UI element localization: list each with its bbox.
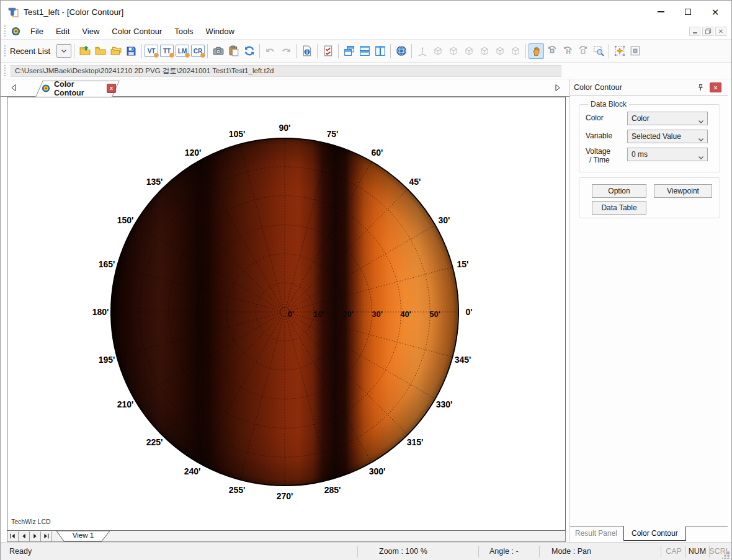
tile-vertical-icon[interactable]	[372, 43, 388, 59]
resize-grip[interactable]	[722, 551, 730, 559]
status-zoom: Zoom : 100 %	[379, 547, 427, 556]
angular-tick-label: 30'	[439, 215, 450, 225]
angular-tick-label: 180'	[92, 307, 109, 317]
angular-tick-label: 45'	[409, 177, 421, 187]
save-icon[interactable]	[123, 43, 139, 59]
cube-view-2-icon[interactable]	[445, 43, 461, 59]
open-project-icon[interactable]	[77, 43, 92, 59]
tab-close-button[interactable]: x	[107, 84, 116, 93]
toolbar-grip-2[interactable]	[4, 45, 6, 56]
mdi-close-button[interactable]: ✕	[715, 27, 726, 36]
title-bar: Test1_left - [Color Contour] ✕	[1, 1, 731, 23]
data-table-button[interactable]: Data Table	[592, 201, 646, 215]
bullseye-icon	[42, 84, 50, 93]
angular-tick-label: 135'	[146, 177, 163, 187]
status-mode: Mode : Pan	[551, 547, 591, 556]
angular-tick-label: 345'	[455, 355, 471, 365]
watermark-label: TechWiz LCD	[11, 518, 51, 525]
viewpoint-button[interactable]: Viewpoint	[654, 184, 712, 198]
pan-tool-icon[interactable]	[529, 43, 544, 59]
tile-horizontal-icon[interactable]	[357, 43, 372, 59]
open-folder-icon[interactable]	[92, 43, 108, 59]
info-doc-icon[interactable]	[299, 43, 315, 59]
radial-tick-label: 40'	[400, 309, 411, 319]
pathbar-grip[interactable]	[4, 65, 6, 76]
file-path-field[interactable]: C:\Users\JMBaek\Desktop\20241210 2D PVG …	[11, 65, 561, 77]
menu-file[interactable]: File	[24, 24, 50, 38]
minimize-button[interactable]	[647, 1, 674, 23]
cube-view-1-icon[interactable]	[430, 43, 445, 59]
menu-tools[interactable]: Tools	[168, 24, 199, 38]
cube-view-group	[430, 43, 523, 59]
close-button[interactable]: ✕	[702, 1, 729, 23]
angular-tick-label: 60'	[372, 148, 383, 158]
pin-icon[interactable]	[695, 82, 706, 93]
radial-tick-label: 0'	[288, 309, 294, 319]
chevron-down-icon	[698, 120, 704, 124]
angular-tick-label: 315'	[407, 437, 424, 447]
color-select[interactable]: Color	[627, 112, 708, 125]
angular-tick-label: 270'	[277, 491, 293, 501]
zoom-window-icon[interactable]	[591, 43, 606, 59]
cube-view-5-icon[interactable]	[492, 43, 507, 59]
variable-select[interactable]: Selected Value	[627, 130, 708, 143]
cube-view-4-icon[interactable]	[476, 43, 492, 59]
plot-canvas[interactable]: 0'15'30'45'60'75'90'105'120'135'150'165'…	[7, 97, 566, 531]
radial-tick-label: 10'	[313, 309, 324, 319]
last-view-button[interactable]	[41, 531, 52, 541]
open-folders-icon[interactable]	[108, 43, 123, 59]
tab-color-contour-panel[interactable]: Color Contour	[623, 526, 686, 541]
angular-tick-label: 15'	[457, 259, 469, 269]
vt-mode-button[interactable]: VT	[145, 45, 158, 57]
mdi-minimize-button[interactable]	[689, 27, 700, 36]
panel-header: Color Contour x	[570, 79, 728, 96]
first-view-button[interactable]	[7, 531, 19, 541]
next-view-button[interactable]	[30, 531, 41, 541]
angular-tick-label: 150'	[117, 215, 134, 225]
tab-scroll-left-icon[interactable]	[11, 84, 17, 92]
mdi-restore-button[interactable]	[702, 27, 713, 36]
bullseye-icon	[11, 27, 20, 36]
menu-edit[interactable]: Edit	[50, 24, 76, 38]
region-tool-icon[interactable]	[627, 43, 643, 59]
minimize-icon	[658, 11, 664, 12]
menu-color-contour[interactable]: Color Contour	[105, 24, 168, 38]
menu-window[interactable]: Window	[200, 24, 241, 38]
recent-list-combo[interactable]: Recent List	[10, 47, 50, 56]
option-button[interactable]: Option	[592, 184, 646, 198]
radial-tick-label: 50'	[429, 309, 440, 319]
rotate-tool-icon[interactable]	[544, 43, 560, 59]
maximize-button[interactable]	[674, 1, 702, 23]
rotate-back-icon[interactable]	[575, 43, 591, 59]
horizontal-rotate-icon[interactable]: H	[560, 43, 575, 59]
undo-icon[interactable]	[262, 43, 278, 59]
cr-mode-button[interactable]: CR	[191, 45, 205, 57]
tab-color-contour[interactable]: Color Contour x	[37, 81, 116, 96]
prev-view-button[interactable]	[19, 531, 30, 541]
capture-icon[interactable]	[210, 43, 226, 59]
tab-label: Color Contour	[54, 80, 103, 97]
tt-mode-button[interactable]: TT	[160, 45, 174, 57]
fit-all-icon[interactable]	[612, 43, 627, 59]
menu-view[interactable]: View	[76, 24, 105, 38]
angular-tick-label: 165'	[99, 259, 115, 269]
refresh-icon[interactable]	[241, 43, 257, 59]
view-1-tab[interactable]: View 1	[56, 531, 110, 541]
globe-icon[interactable]	[393, 43, 409, 59]
axis-3d-icon[interactable]	[414, 43, 430, 59]
cascade-windows-icon[interactable]	[341, 43, 357, 59]
recent-list-dropdown-button[interactable]	[56, 44, 71, 58]
cube-view-3-icon[interactable]	[461, 43, 476, 59]
cube-view-6-icon[interactable]	[507, 43, 523, 59]
voltage-time-select[interactable]: 0 ms	[627, 148, 708, 161]
tab-result-panel[interactable]: Result Panel	[575, 529, 617, 538]
tab-scroll-right-icon[interactable]	[555, 84, 561, 92]
window-title: Test1_left - [Color Contour]	[24, 7, 123, 17]
lm-mode-button[interactable]: LM	[176, 45, 189, 57]
paste-icon[interactable]	[226, 43, 241, 59]
redo-icon[interactable]	[278, 43, 293, 59]
check-doc-icon[interactable]	[320, 43, 336, 59]
panel-close-button[interactable]: x	[710, 82, 721, 92]
toolbar-grip[interactable]	[4, 25, 6, 37]
app-window: Test1_left - [Color Contour] ✕ File Edit…	[0, 0, 732, 560]
